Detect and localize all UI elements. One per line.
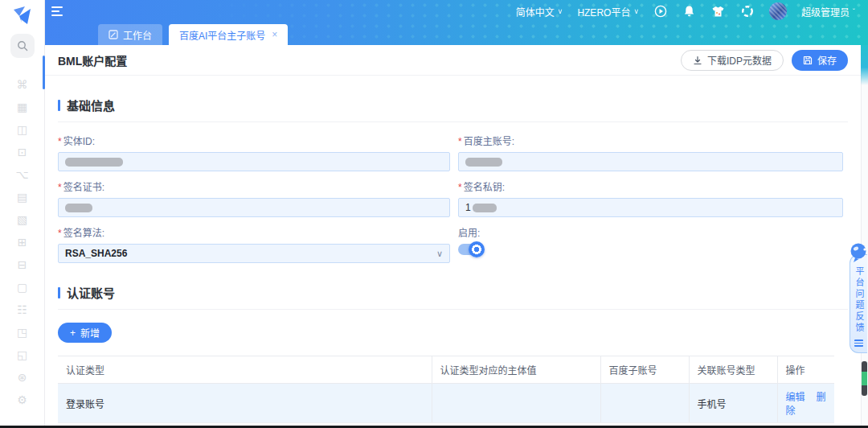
- tenant-label: HZERO平台: [577, 5, 630, 19]
- bell-icon[interactable]: [682, 4, 697, 19]
- required-mark: *: [458, 136, 462, 147]
- chevron-down-icon: ˇ: [853, 7, 855, 15]
- icon-sidebar: ⌘ ▦ ◫ ⊡ ⌥ ▤ ▧ ⊞ ⊟ ▢ ☷ ◳ ◱ ⊛ ⚙: [0, 0, 45, 428]
- sidebar-icon[interactable]: ▧: [17, 214, 27, 225]
- chevron-down-icon: ∨: [558, 7, 563, 15]
- required-mark: *: [58, 136, 62, 147]
- scrollbar-thumb[interactable]: [862, 361, 867, 396]
- page-header: BML账户配置 下载IDP元数据 保存: [45, 45, 861, 76]
- workbench-icon: [108, 30, 118, 39]
- required-mark: *: [58, 182, 62, 193]
- user-menu[interactable]: 超级管理员 ˇ: [801, 5, 855, 19]
- sidebar-icon[interactable]: ▢: [17, 282, 27, 293]
- entity-id-input[interactable]: [58, 152, 450, 171]
- search-button[interactable]: [10, 34, 35, 58]
- user-avatar[interactable]: [769, 2, 787, 20]
- play-circle-icon[interactable]: [653, 4, 668, 19]
- main-panel: BML账户配置 下载IDP元数据 保存 基础信息: [45, 45, 861, 426]
- sign-private-key-label: 签名私钥:: [464, 182, 505, 193]
- cell-linked-account-type: 手机号: [689, 384, 777, 423]
- baidu-master-account-label: 百度主账号:: [464, 136, 514, 147]
- sign-certificate-label: 签名证书:: [63, 182, 104, 193]
- download-idp-button[interactable]: 下载IDP元数据: [681, 50, 784, 71]
- add-button[interactable]: + 新增: [58, 323, 112, 343]
- theme-shirt-icon[interactable]: [711, 4, 726, 19]
- field-baidu-master-account: *百度主账号:: [458, 134, 843, 171]
- sidebar-icon[interactable]: ⊛: [18, 372, 27, 383]
- sidebar-scrollbar[interactable]: [43, 56, 45, 89]
- sidebar-icon[interactable]: ⚙: [17, 394, 27, 405]
- basic-info-title-text: 基础信息: [67, 97, 115, 113]
- basic-info-form: *实体ID: *百度主账号: *签名证书: *签名私钥:: [58, 134, 848, 263]
- redacted-value: [465, 158, 502, 167]
- save-label: 保存: [817, 53, 837, 67]
- baidu-master-account-input[interactable]: [458, 152, 843, 171]
- sidebar-icon[interactable]: ◫: [17, 124, 27, 135]
- sidebar-icon[interactable]: ⊟: [18, 259, 27, 270]
- redacted-value: [65, 204, 92, 212]
- sidebar-icon[interactable]: ☷: [17, 304, 27, 315]
- basic-info-section-title: 基础信息: [58, 97, 848, 113]
- feedback-widget[interactable]: 平台问题反馈: [850, 254, 867, 353]
- field-enabled: 启用:: [458, 225, 843, 263]
- field-sign-certificate: *签名证书:: [58, 179, 450, 217]
- cell-baidu-sub-account: [600, 384, 689, 423]
- sidebar-icon[interactable]: ⊞: [18, 237, 27, 248]
- sidebar-menu-icons: ⌘ ▦ ◫ ⊡ ⌥ ▤ ▧ ⊞ ⊟ ▢ ☷ ◳ ◱ ⊛ ⚙: [15, 79, 28, 405]
- col-actions: 操作: [777, 356, 834, 384]
- auth-account-table: 认证类型 认证类型对应的主体值 百度子账号 关联账号类型 操作 登录账号 手机号…: [58, 356, 834, 423]
- close-icon[interactable]: ×: [272, 29, 277, 40]
- col-baidu-sub-account: 百度子账号: [600, 356, 689, 384]
- required-mark: *: [458, 182, 462, 193]
- enabled-toggle[interactable]: [458, 244, 482, 255]
- private-key-visible-prefix: 1: [465, 202, 471, 213]
- sign-private-key-input[interactable]: 1: [458, 198, 843, 217]
- table-row[interactable]: 登录账号 手机号 编辑删除: [58, 384, 834, 423]
- required-mark: *: [58, 228, 62, 239]
- add-button-label: 新增: [80, 326, 100, 340]
- field-sign-private-key: *签名私钥: 1: [458, 179, 843, 217]
- sidebar-icon[interactable]: ◳: [17, 327, 27, 338]
- sidebar-icon[interactable]: ⌘: [16, 79, 27, 90]
- sidebar-icon[interactable]: ⌥: [15, 169, 28, 180]
- download-icon: [693, 56, 702, 65]
- col-subject-value: 认证类型对应的主体值: [432, 356, 600, 384]
- sign-certificate-input[interactable]: [58, 198, 450, 217]
- feedback-list-icon: [854, 340, 863, 347]
- plus-icon: +: [70, 327, 76, 339]
- tab-workbench-label: 工作台: [123, 28, 152, 42]
- sidebar-icon[interactable]: ◱: [17, 349, 27, 360]
- chevron-down-icon: ∨: [436, 249, 443, 259]
- sidebar-icon[interactable]: ▦: [17, 101, 27, 113]
- app-logo-icon: [11, 6, 34, 26]
- edit-link[interactable]: 编辑: [786, 392, 805, 403]
- table-header-row: 认证类型 认证类型对应的主体值 百度子账号 关联账号类型 操作: [58, 356, 834, 384]
- tenant-dropdown[interactable]: HZERO平台 ∨: [577, 5, 639, 19]
- feedback-label: 平台问题反馈: [854, 266, 863, 334]
- col-linked-account-type: 关联账号类型: [689, 356, 777, 384]
- tab-workbench[interactable]: 工作台: [98, 24, 162, 45]
- section-accent-bar: [58, 287, 60, 298]
- tab-baidu-ai-account[interactable]: 百度AI平台主子账号 ×: [169, 24, 288, 45]
- col-auth-type: 认证类型: [58, 356, 432, 384]
- save-button[interactable]: 保存: [792, 50, 848, 71]
- user-name: 超级管理员: [801, 5, 850, 19]
- cell-subject-value: [432, 384, 600, 423]
- menu-toggle-icon[interactable]: [51, 6, 64, 16]
- page-title: BML账户配置: [58, 52, 681, 68]
- scrollbar-highlight: [862, 372, 867, 385]
- auth-account-title-text: 认证账号: [67, 284, 115, 301]
- language-dropdown[interactable]: 简体中文 ∨: [516, 5, 563, 19]
- field-entity-id: *实体ID:: [58, 134, 450, 171]
- sidebar-icon[interactable]: ▤: [17, 191, 27, 203]
- loading-ring-icon[interactable]: [740, 4, 755, 19]
- save-icon: [803, 56, 813, 65]
- language-label: 简体中文: [516, 5, 555, 19]
- sign-algorithm-select[interactable]: RSA_SHA256 ∨: [58, 244, 450, 263]
- feedback-balloon-icon: [849, 242, 868, 265]
- tab-active-label: 百度AI平台主子账号: [179, 28, 265, 42]
- download-idp-label: 下载IDP元数据: [707, 53, 772, 67]
- top-banner: 简体中文 ∨ HZERO平台 ∨: [45, 0, 868, 45]
- sidebar-icon[interactable]: ⊡: [18, 146, 27, 158]
- sign-algorithm-value: RSA_SHA256: [65, 248, 127, 259]
